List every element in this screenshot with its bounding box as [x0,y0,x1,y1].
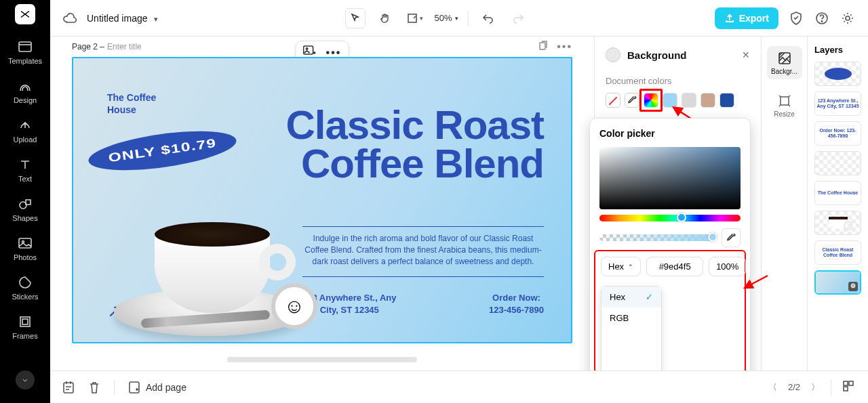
layer-thumb[interactable]: ⚙ [814,270,861,295]
pointer-tool-button[interactable] [345,8,366,28]
export-label: Export [739,13,769,24]
layer-thumb[interactable]: 123 Anywhere St., Any City, ST 12345 [814,91,861,116]
swatch-color-picker[interactable] [644,93,658,108]
panel-title: Background [627,49,735,61]
brand-label[interactable]: The Coffee House [107,92,161,116]
svg-rect-22 [844,387,848,391]
export-button[interactable]: Export [715,7,778,29]
sidebar-item-upload[interactable]: Upload [14,118,37,144]
page-tool-row: ••• [538,41,572,54]
swatch-none[interactable] [606,93,620,108]
layer-thumb[interactable]: Classic Roast Coffee Blend [814,240,861,265]
opacity-input[interactable]: 100% [709,257,746,276]
color-format-label: Hex [608,261,624,272]
tab-resize[interactable]: Resize [767,89,802,122]
upload-icon [18,118,32,133]
smiley-sticker[interactable]: ☺ [271,283,317,329]
contact-row[interactable]: 123 Anywhere St., Any City, ST 12345 Ord… [302,292,544,316]
help-icon[interactable] [814,10,830,26]
coffee-image[interactable]: ☺ [114,187,317,336]
headline[interactable]: Classic Roast Coffee Blend [285,106,544,183]
app-logo[interactable] [15,4,35,24]
page-title-input[interactable]: Enter title [107,42,142,51]
horizontal-scrollbar[interactable] [227,357,417,362]
swatch-eyedropper[interactable] [625,93,639,108]
hex-input[interactable] [646,257,703,276]
svg-rect-17 [781,97,789,105]
format-option-rgb[interactable]: RGB [601,307,661,328]
prev-page-button[interactable]: 〈 [767,380,778,395]
color-saturation-value-area[interactable] [599,147,741,209]
swatch-grey[interactable] [682,93,696,108]
sidebar-item-design[interactable]: Design [14,79,37,104]
page-number-label: Page 2 – [72,42,104,51]
page-header: Page 2 – Enter title [72,42,142,51]
settings-icon[interactable] [840,10,856,26]
swatch-lightblue[interactable] [663,93,677,108]
sidebar-more-button[interactable] [16,370,35,389]
sidebar-item-photos[interactable]: Photos [14,236,37,261]
hue-slider[interactable] [599,215,741,221]
svg-rect-12 [304,46,313,54]
cloud-sync-icon[interactable] [62,12,77,24]
svg-rect-18 [64,383,73,393]
layers-title: Layers [814,45,861,55]
svg-point-13 [306,48,307,49]
frames-icon [19,314,31,329]
background-panel: Background ✕ Document colors [594,37,761,370]
document-colors-label: Document colors [606,76,750,86]
background-swatch-preview [606,47,620,62]
redo-button[interactable] [508,8,528,28]
next-page-button[interactable]: 〉 [810,380,821,395]
sidebar-item-label: Templates [8,57,42,65]
layer-thumb[interactable] [814,211,861,235]
close-icon[interactable]: ✕ [742,49,750,60]
layers-panel: Layers 123 Anywhere St., Any City, ST 12… [807,37,868,370]
hue-thumb[interactable] [677,213,686,222]
eyedropper-button[interactable] [722,228,741,247]
svg-rect-0 [19,42,31,51]
sidebar-item-templates[interactable]: Templates [8,39,42,65]
svg-rect-11 [540,43,545,49]
swatch-tan[interactable] [701,93,715,108]
tab-background[interactable]: Backgr... [767,46,802,79]
page-grid-icon[interactable] [841,379,856,396]
layer-thumb[interactable] [814,62,861,86]
shield-icon[interactable] [788,10,804,26]
svg-rect-3 [19,238,31,248]
hand-tool-button[interactable] [375,8,395,28]
price-badge[interactable]: ONLY $10.79 [86,124,239,177]
chevron-down-icon: ▾ [455,15,458,22]
layer-settings-icon[interactable]: ⚙ [848,282,858,291]
undo-button[interactable] [478,8,498,28]
svg-rect-20 [844,381,848,385]
alpha-slider[interactable] [599,234,715,241]
layer-thumb[interactable]: The Coffee House [814,181,861,205]
sidebar-item-label: Text [18,175,32,183]
zoom-dropdown[interactable]: 50% ▾ [435,13,458,23]
text-icon [19,157,31,172]
layer-thumb[interactable]: Order Now: 123-456-7890 [814,121,861,146]
design-canvas[interactable]: The Coffee House ONLY $10.79 Classic Roa… [72,57,572,343]
color-format-select[interactable]: Hex ⌃ [601,257,641,276]
sidebar-item-stickers[interactable]: Stickers [12,275,38,301]
page-more-icon[interactable]: ••• [557,41,572,54]
body-copy[interactable]: Indulge in the rich aroma and bold flavo… [302,233,544,267]
format-option-hex[interactable]: Hex ✓ [601,287,661,307]
sidebar-item-text[interactable]: Text [18,157,32,183]
sidebar-item-frames[interactable]: Frames [12,314,37,340]
notes-icon[interactable] [62,381,75,394]
add-page-button[interactable]: Add page [128,381,186,394]
layer-thumb[interactable] [814,151,861,175]
svg-rect-7 [408,14,416,22]
left-toolstrip: Templates Design Upload Text Shapes Phot… [0,0,50,403]
zoom-value: 50% [435,13,452,23]
delete-icon[interactable] [88,381,100,394]
alpha-thumb[interactable] [708,232,717,242]
document-title[interactable]: Untitled image ▾ [87,13,158,24]
divider [302,276,544,277]
duplicate-page-icon[interactable] [538,41,549,54]
crop-tool-button[interactable]: ▾ [405,8,425,28]
sidebar-item-shapes[interactable]: Shapes [12,196,37,222]
swatch-blue[interactable] [719,93,734,108]
